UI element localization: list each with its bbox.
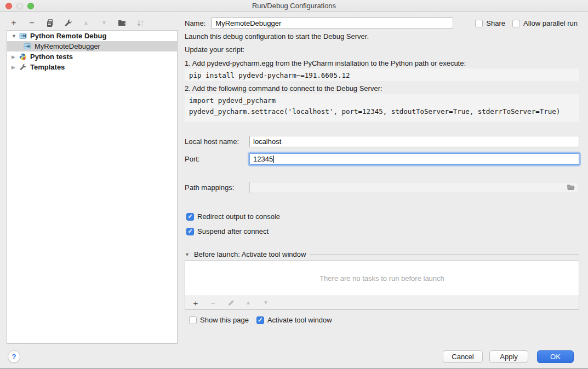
move-task-down-button: ▼ <box>261 298 271 308</box>
edit-task-button <box>226 298 236 308</box>
suspend-after-connect-label: Suspend after connect <box>197 227 269 235</box>
redirect-output-checkbox[interactable]: ✓ <box>186 213 194 221</box>
help-icon: ? <box>12 353 16 361</box>
tree-item-label: Templates <box>30 63 65 71</box>
local-host-row: Local host name: localhost <box>185 137 579 146</box>
remote-debug-config-icon <box>24 43 32 50</box>
redirect-output-row: ✓ Redirect output to console <box>186 212 280 221</box>
templates-wrench-icon <box>19 64 28 71</box>
apply-button[interactable]: Apply <box>489 350 528 363</box>
allow-parallel-run-label: Allow parallel run <box>523 19 578 27</box>
redirect-output-label: Redirect output to console <box>197 212 280 221</box>
step-2-text: 2. Add the following command to connect … <box>185 84 383 93</box>
settrace-code: import pydevd_pycharm pydevd_pycharm.set… <box>185 94 579 122</box>
section-divider <box>310 254 579 255</box>
port-row: Port: 12345 <box>185 155 579 163</box>
close-window-button[interactable] <box>5 3 12 9</box>
chevron-right-icon[interactable]: ▶ <box>12 54 19 60</box>
zoom-window-button[interactable] <box>27 3 34 9</box>
move-task-up-button: ▲ <box>243 298 253 308</box>
port-label: Port: <box>185 155 199 163</box>
browse-folder-icon[interactable] <box>567 184 575 191</box>
copy-icon <box>46 19 54 27</box>
intro-line-1: Launch this debug configuration to start… <box>185 32 369 41</box>
text-cursor <box>273 155 274 163</box>
step-1-text: 1. Add pydevd-pycharm.egg from the PyCha… <box>185 59 466 67</box>
help-button[interactable]: ? <box>8 350 20 363</box>
tree-item-myremotedebugger[interactable]: MyRemoteDebugger <box>7 41 177 51</box>
settrace-code-line-2: pydevd_pycharm.settrace('localhost', por… <box>189 106 575 117</box>
move-up-icon: ▲ <box>246 300 251 305</box>
task-list-toolbar: + − ▲ ▼ <box>185 296 579 309</box>
new-folder-icon <box>118 19 127 27</box>
pip-install-code: pip install pydevd-pycharm~=191.6605.12 <box>185 68 579 81</box>
cancel-button[interactable]: Cancel <box>443 350 483 363</box>
move-down-icon: ▼ <box>101 20 107 26</box>
python-icon <box>19 53 28 61</box>
suspend-after-connect-row: ✓ Suspend after connect <box>186 227 269 235</box>
plus-icon: + <box>193 299 198 307</box>
add-task-button[interactable]: + <box>191 298 201 308</box>
minimize-window-button <box>16 3 23 9</box>
before-launch-title: Before launch: Activate tool window <box>194 250 306 258</box>
check-icon: ✓ <box>187 228 192 234</box>
share-checkbox[interactable] <box>475 20 483 27</box>
port-input[interactable]: 12345 <box>249 153 579 165</box>
remove-configuration-button[interactable]: − <box>27 18 37 28</box>
local-host-label: Local host name: <box>185 137 239 146</box>
run-debug-configurations-dialog: Run/Debug Configurations + − ▲ ▼ <box>0 0 588 369</box>
sort-configurations-button: az <box>135 18 145 28</box>
ok-button[interactable]: OK <box>537 350 574 363</box>
chevron-down-icon[interactable]: ▼ <box>185 252 190 257</box>
check-icon: ✓ <box>258 317 262 323</box>
copy-configuration-button[interactable] <box>45 18 55 28</box>
minus-icon: − <box>29 19 34 27</box>
sort-alphabetically-icon: az <box>136 19 145 27</box>
chevron-right-icon[interactable]: ▶ <box>12 65 19 70</box>
svg-text:a: a <box>141 20 144 23</box>
pencil-icon <box>227 299 235 307</box>
create-folder-button[interactable] <box>117 18 127 28</box>
tree-item-python-tests[interactable]: ▶ Python tests <box>7 51 177 62</box>
tree-item-label: Python Remote Debug <box>30 32 106 40</box>
page-options-row: Show this page ✓ Activate tool window <box>189 316 332 324</box>
path-mappings-input[interactable] <box>249 182 579 193</box>
show-this-page-label: Show this page <box>200 316 249 324</box>
share-label: Share <box>486 19 505 27</box>
before-launch-task-list: There are no tasks to run before launch … <box>185 260 579 310</box>
wrench-icon <box>64 19 72 27</box>
remove-task-button: − <box>208 298 218 308</box>
configuration-editor: Name: MyRemoteDebugger Share Allow paral… <box>185 0 580 369</box>
plus-icon: + <box>11 19 16 27</box>
tree-item-templates[interactable]: ▶ Templates <box>7 62 177 72</box>
move-up-icon: ▲ <box>83 20 89 26</box>
move-up-button: ▲ <box>81 18 91 28</box>
show-this-page-checkbox[interactable] <box>189 316 197 324</box>
local-host-input[interactable]: localhost <box>249 136 579 147</box>
tree-item-python-remote-debug[interactable]: ▼ Python Remote Debug <box>7 31 177 41</box>
tree-item-label: Python tests <box>30 53 73 61</box>
activate-tool-window-label: Activate tool window <box>267 316 332 324</box>
check-icon: ✓ <box>187 214 192 220</box>
name-label: Name: <box>185 19 205 27</box>
configurations-toolbar: + − ▲ ▼ az <box>9 17 145 29</box>
before-launch-header[interactable]: ▼ Before launch: Activate tool window <box>185 250 579 258</box>
window-controls <box>5 3 34 9</box>
configurations-tree: ▼ Python Remote Debug MyRemoteDebugger ▶… <box>7 30 178 344</box>
settrace-code-line-1: import pydevd_pycharm <box>189 95 575 106</box>
tree-item-label: MyRemoteDebugger <box>35 42 100 50</box>
edit-templates-button[interactable] <box>63 18 73 28</box>
intro-line-2: Update your script: <box>185 45 244 54</box>
name-input[interactable]: MyRemoteDebugger <box>212 18 453 29</box>
allow-parallel-run-checkbox[interactable] <box>512 20 520 27</box>
suspend-after-connect-checkbox[interactable]: ✓ <box>186 228 194 235</box>
name-row: Name: MyRemoteDebugger Share Allow paral… <box>185 18 578 29</box>
empty-tasks-message: There are no tasks to run before launch <box>185 261 579 296</box>
svg-text:z: z <box>141 24 143 27</box>
activate-tool-window-checkbox[interactable]: ✓ <box>256 316 264 324</box>
path-mappings-label: Path mappings: <box>185 183 234 192</box>
move-down-button: ▼ <box>99 18 109 28</box>
path-mappings-row: Path mappings: <box>185 183 579 192</box>
chevron-down-icon[interactable]: ▼ <box>12 33 19 39</box>
add-configuration-button[interactable]: + <box>9 18 19 28</box>
